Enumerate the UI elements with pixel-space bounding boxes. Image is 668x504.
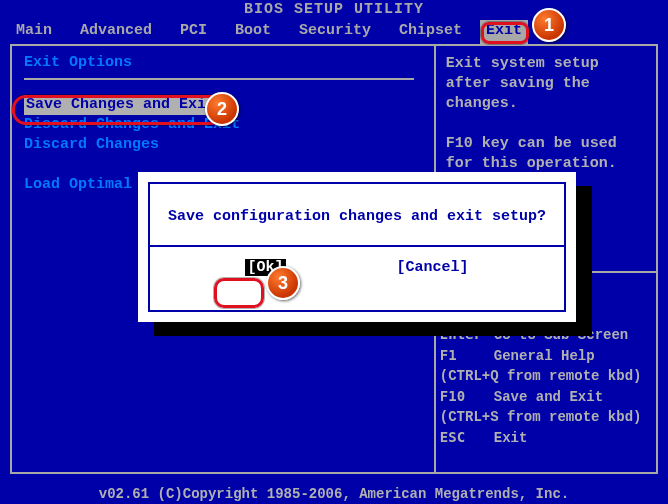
help-line: after saving the [446, 74, 644, 94]
exit-option-0[interactable]: Save Changes and Exit [24, 95, 217, 115]
footer: v02.61 (C)Copyright 1985-2006, American … [0, 486, 668, 502]
key-label: Exit [494, 430, 528, 446]
exit-options-heading: Exit Options [24, 54, 422, 71]
menu-chipset[interactable]: Chipset [389, 20, 480, 44]
menu-main[interactable]: Main [6, 20, 70, 44]
callout-3: 3 [266, 266, 300, 300]
key-row: (CTRL+S from remote kbd) [440, 407, 650, 427]
key: ESC [440, 427, 494, 447]
menu-exit[interactable]: Exit [480, 20, 528, 44]
cancel-button[interactable]: [Cancel] [396, 259, 468, 276]
key-label: Save and Exit [494, 389, 603, 405]
menu-pci[interactable]: PCI [170, 20, 225, 44]
context-help: Exit system setupafter saving thechanges… [434, 46, 656, 182]
key-row: ESCExit [440, 427, 650, 448]
key-row: F1General Help [440, 345, 650, 366]
title-bar: BIOS SETUP UTILITY [0, 0, 668, 20]
menu-security[interactable]: Security [289, 20, 389, 44]
dialog-buttons: [Ok] [Cancel] [150, 247, 564, 276]
key-row: F10Save and Exit [440, 386, 650, 407]
exit-option-2[interactable]: Discard Changes [24, 135, 422, 155]
key: F10 [440, 386, 494, 406]
dialog-frame: Save configuration changes and exit setu… [148, 182, 566, 312]
callout-2: 2 [205, 92, 239, 126]
menu-bar: MainAdvancedPCIBootSecurityChipsetExit [0, 20, 668, 44]
key: F1 [440, 345, 494, 365]
save-exit-dialog: Save configuration changes and exit setu… [138, 172, 576, 322]
help-line: Exit system setup [446, 54, 644, 74]
bios-screen: BIOS SETUP UTILITY MainAdvancedPCIBootSe… [0, 0, 668, 504]
help-line: for this operation. [446, 154, 644, 174]
menu-advanced[interactable]: Advanced [70, 20, 170, 44]
key-label: General Help [494, 348, 595, 364]
help-line: F10 key can be used [446, 134, 644, 154]
help-line [446, 114, 644, 134]
menu-boot[interactable]: Boot [225, 20, 289, 44]
key-row: (CTRL+Q from remote kbd) [440, 366, 650, 386]
dialog-message: Save configuration changes and exit setu… [150, 184, 564, 245]
help-line: changes. [446, 94, 644, 114]
callout-1: 1 [532, 8, 566, 42]
